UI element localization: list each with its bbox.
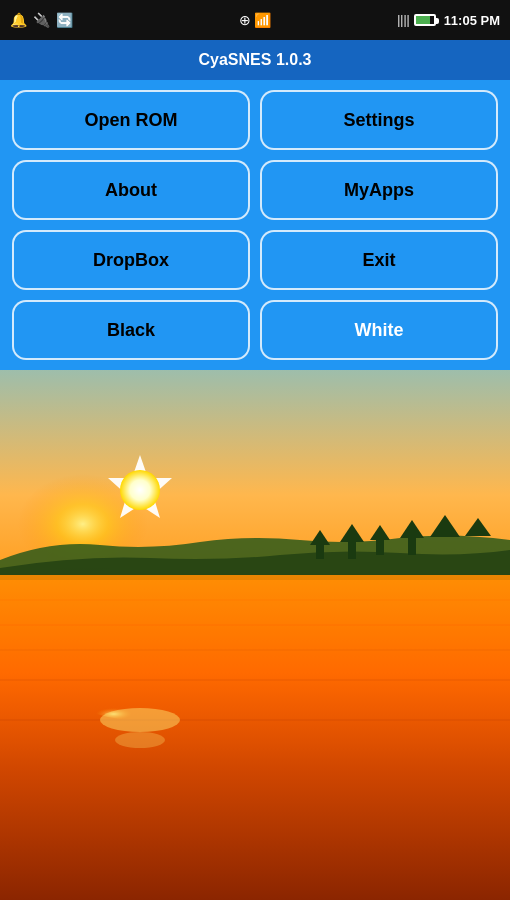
svg-rect-13 [316,544,324,559]
button-row-1: Open ROM Settings [12,90,498,150]
battery-icon [414,14,436,26]
myapps-button[interactable]: MyApps [260,160,498,220]
gps-icon: ⊕ [239,12,251,28]
open-rom-button[interactable]: Open ROM [12,90,250,150]
button-row-2: About MyApps [12,160,498,220]
app-title: CyaSNES 1.0.3 [199,51,312,69]
button-area: Open ROM Settings About MyApps DropBox E… [0,80,510,370]
status-center-icons: ⊕ 📶 [239,12,272,28]
dropbox-button[interactable]: DropBox [12,230,250,290]
button-row-4: Black White [12,300,498,360]
status-bar: 🔔 🔌 🔄 ⊕ 📶 |||| 11:05 PM [0,0,510,40]
about-button[interactable]: About [12,160,250,220]
black-button[interactable]: Black [12,300,250,360]
svg-point-12 [115,732,165,748]
signal-bars-icon: |||| [397,13,409,27]
title-bar: CyaSNES 1.0.3 [0,40,510,80]
status-icons-right: |||| 11:05 PM [397,13,500,28]
wifi-icon: 📶 [254,12,271,28]
settings-button[interactable]: Settings [260,90,498,150]
sync-icon: 🔄 [56,12,73,28]
button-row-3: DropBox Exit [12,230,498,290]
svg-rect-16 [408,537,416,555]
exit-button[interactable]: Exit [260,230,498,290]
status-icons-left: 🔔 🔌 🔄 [10,12,73,28]
svg-point-11 [100,708,180,732]
svg-point-3 [120,470,160,510]
time-display: 11:05 PM [444,13,500,28]
white-button[interactable]: White [260,300,498,360]
svg-rect-14 [348,541,356,559]
alert-icon: 🔔 [10,12,27,28]
usb-icon: 🔌 [33,12,50,28]
svg-rect-4 [0,575,510,900]
svg-rect-15 [376,539,384,555]
